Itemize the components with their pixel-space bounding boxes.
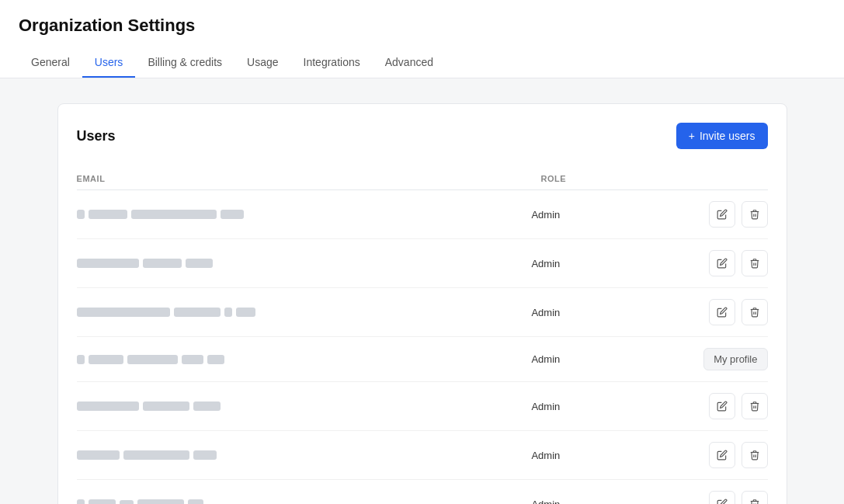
table-row: Admin <box>77 382 768 431</box>
role-cell: Admin <box>531 480 614 505</box>
table-row: Admin <box>77 239 768 288</box>
email-cell <box>77 401 532 411</box>
edit-icon <box>717 258 728 269</box>
edit-button[interactable] <box>709 299 735 325</box>
row-actions <box>615 201 768 228</box>
role-cell: Admin <box>531 190 614 239</box>
tab-nav: General Users Billing & credits Usage In… <box>19 48 825 78</box>
edit-icon <box>717 209 728 220</box>
tab-integrations[interactable]: Integrations <box>291 48 373 78</box>
edit-button[interactable] <box>709 442 735 468</box>
delete-button[interactable] <box>742 201 768 228</box>
delete-button[interactable] <box>742 299 768 325</box>
tab-users[interactable]: Users <box>82 48 136 78</box>
delete-icon <box>749 209 760 220</box>
delete-icon <box>749 499 760 504</box>
role-cell: Admin <box>531 239 614 288</box>
table-row: Admin <box>77 190 768 239</box>
delete-button[interactable] <box>742 491 768 504</box>
tab-billing[interactable]: Billing & credits <box>135 48 234 78</box>
table-row: Admin <box>77 431 768 480</box>
role-cell: Admin <box>531 337 614 382</box>
row-actions <box>615 442 768 468</box>
role-cell: Admin <box>531 431 614 480</box>
tab-advanced[interactable]: Advanced <box>373 48 446 78</box>
edit-icon <box>717 499 728 504</box>
email-cell <box>77 308 532 317</box>
edit-button[interactable] <box>709 250 735 276</box>
card-header: Users + Invite users <box>77 123 768 149</box>
page-title: Organization Settings <box>19 16 825 36</box>
email-cell <box>77 355 532 364</box>
role-column-header: ROLE <box>531 168 614 190</box>
my-profile-badge: My profile <box>703 348 767 370</box>
delete-button[interactable] <box>742 250 768 276</box>
row-actions <box>615 491 768 504</box>
row-actions: My profile <box>615 348 768 370</box>
users-card: Users + Invite users EMAIL ROLE <box>57 103 787 504</box>
table-row: Admin <box>77 288 768 337</box>
role-cell: Admin <box>531 288 614 337</box>
email-cell <box>77 450 532 460</box>
email-cell <box>77 259 532 268</box>
edit-icon <box>717 401 728 412</box>
card-title: Users <box>77 128 116 144</box>
users-table: EMAIL ROLE Admin <box>77 168 768 504</box>
row-actions <box>615 299 768 325</box>
invite-users-button[interactable]: + Invite users <box>676 123 768 149</box>
edit-icon <box>717 307 728 318</box>
row-actions <box>615 250 768 276</box>
edit-icon <box>717 450 728 461</box>
edit-button[interactable] <box>709 491 735 504</box>
table-row: Admin <box>77 480 768 505</box>
email-cell <box>77 499 532 504</box>
tab-general[interactable]: General <box>19 48 82 78</box>
delete-icon <box>749 450 760 461</box>
plus-icon: + <box>689 130 695 142</box>
email-cell <box>77 210 532 219</box>
delete-button[interactable] <box>742 442 768 468</box>
invite-button-label: Invite users <box>700 130 755 142</box>
delete-button[interactable] <box>742 393 768 419</box>
role-cell: Admin <box>531 382 614 431</box>
row-actions <box>615 393 768 419</box>
edit-button[interactable] <box>709 201 735 228</box>
delete-icon <box>749 258 760 269</box>
delete-icon <box>749 307 760 318</box>
delete-icon <box>749 401 760 412</box>
email-column-header: EMAIL <box>77 168 532 190</box>
tab-usage[interactable]: Usage <box>234 48 290 78</box>
table-row: Admin My profile <box>77 337 768 382</box>
edit-button[interactable] <box>709 393 735 419</box>
